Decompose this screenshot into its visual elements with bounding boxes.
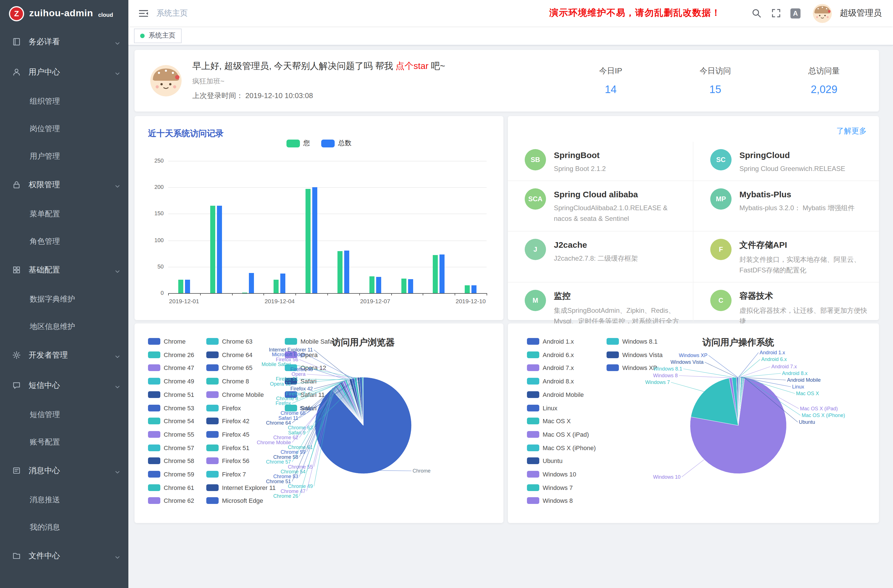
legend-item[interactable]: Ubuntu <box>527 458 562 465</box>
bar-您-2019-12-01 <box>178 280 183 293</box>
sidebar-subitem[interactable]: 地区信息维护 <box>0 313 128 340</box>
legend-item[interactable]: Internet Explorer 11 <box>206 484 276 491</box>
legend-item[interactable]: Android 1.x <box>527 338 574 345</box>
legend-item[interactable]: Firefox <box>206 405 241 411</box>
legend-item[interactable]: Chrome 47 <box>148 365 194 371</box>
legend-item[interactable]: Chrome 57 <box>148 444 194 451</box>
legend-item[interactable]: Mac OS X <box>527 418 571 424</box>
legend-item[interactable]: 总数 <box>321 138 352 148</box>
sidebar-item-0[interactable]: 务必详看 <box>0 27 128 57</box>
sidebar-subitem[interactable]: 短信管理 <box>0 401 128 428</box>
legend-item[interactable]: Opera <box>285 351 317 358</box>
legend-label: Mac OS X (iPhone) <box>543 444 596 451</box>
hamburger-icon[interactable] <box>138 9 149 18</box>
legend-item[interactable]: Mac OS X (iPhone) <box>527 444 596 451</box>
legend-swatch <box>527 458 539 465</box>
sidebar-subitem[interactable]: 用户管理 <box>0 142 128 170</box>
legend-item[interactable]: Chrome Mobile <box>206 391 264 398</box>
legend-item[interactable]: 您 <box>286 138 310 148</box>
fullscreen-icon[interactable] <box>771 8 781 18</box>
legend-label: Mac OS X (iPad) <box>543 431 589 438</box>
legend-item[interactable]: Chrome 59 <box>148 471 194 478</box>
legend-item[interactable]: Windows XP <box>607 365 657 371</box>
legend-item[interactable]: Chrome 65 <box>206 365 253 371</box>
app-logo[interactable]: Z zuihou-admin cloud <box>0 0 128 27</box>
legend-label: Chrome <box>164 338 186 345</box>
sidebar-item-5[interactable]: 短信中心 <box>0 370 128 401</box>
visits-chart-card: 近十天系统访问记录 您总数 0501001502002502019-12-012… <box>135 116 504 320</box>
legend-item[interactable]: Windows Vista <box>607 351 663 358</box>
sidebar-item-1[interactable]: 用户中心 <box>0 57 128 87</box>
sidebar-subitem[interactable]: 账号配置 <box>0 428 128 456</box>
sidebar-subitem[interactable]: 消息推送 <box>0 486 128 513</box>
sidebar-item-7[interactable]: 文件中心 <box>0 541 128 571</box>
sidebar-item-6[interactable]: 消息中心 <box>0 456 128 486</box>
legend-label: Chrome 54 <box>164 418 194 424</box>
sidebar-subitem[interactable]: 菜单配置 <box>0 200 128 227</box>
svg-text:Windows 8.1: Windows 8.1 <box>653 366 682 371</box>
legend-item[interactable]: Firefox 51 <box>206 444 250 451</box>
legend-item[interactable]: Chrome 53 <box>148 405 194 411</box>
axis-tick <box>264 293 264 295</box>
legend-item[interactable]: Chrome 61 <box>148 484 194 491</box>
username[interactable]: 超级管理员 <box>840 8 882 18</box>
tab-label: 系统主页 <box>149 31 176 41</box>
legend-swatch <box>148 458 160 465</box>
legend-item[interactable]: Android 7.x <box>527 365 574 371</box>
bar-总数-2019-12-01 <box>185 280 190 293</box>
legend-item[interactable]: Chrome 51 <box>148 391 194 398</box>
top-header: 系统主页 演示环境维护不易，请勿乱删乱改数据！ A <box>128 0 893 26</box>
sidebar-subitem[interactable]: 我的消息 <box>0 513 128 541</box>
legend-item[interactable]: Safari <box>285 378 317 385</box>
user-avatar[interactable] <box>813 4 832 23</box>
legend-item[interactable]: Firefox 7 <box>206 471 246 478</box>
legend-swatch <box>527 391 539 398</box>
legend-item[interactable]: Chrome 64 <box>206 351 253 358</box>
legend-item[interactable]: Microsoft Edge <box>206 498 263 504</box>
legend-item[interactable]: Chrome <box>148 338 186 345</box>
svg-text:Chrome 63: Chrome 63 <box>288 425 313 430</box>
legend-item[interactable]: Windows 7 <box>527 484 573 491</box>
legend-item[interactable]: Android 8.x <box>527 378 574 385</box>
legend-item[interactable]: Chrome 8 <box>206 378 249 385</box>
sidebar-item-4[interactable]: 开发者管理 <box>0 340 128 370</box>
legend-label: Chrome 64 <box>222 351 253 358</box>
legend-item[interactable]: Linux <box>527 405 558 411</box>
legend-item[interactable]: Firefox 42 <box>206 418 250 424</box>
legend-item[interactable]: Chrome 26 <box>148 351 194 358</box>
sidebar-subitem[interactable]: 组织管理 <box>0 87 128 115</box>
legend-item[interactable]: Opera 12 <box>285 365 326 371</box>
font-size-icon[interactable]: A <box>791 8 800 18</box>
star-link[interactable]: 点个star <box>395 61 428 71</box>
chevron-down-icon <box>114 69 120 75</box>
learn-more-link[interactable]: 了解更多 <box>836 126 867 136</box>
legend-item[interactable]: Chrome 54 <box>148 418 194 424</box>
legend-item[interactable]: Chrome 58 <box>148 458 194 465</box>
legend-item[interactable]: Windows 8.1 <box>607 338 658 345</box>
legend-item[interactable]: Chrome 62 <box>148 498 194 504</box>
legend-item[interactable]: Safari 11 <box>285 391 325 398</box>
legend-item[interactable]: Chrome 55 <box>148 431 194 438</box>
legend-item[interactable]: Safari 9 <box>285 405 322 411</box>
legend-item[interactable]: Mobile Safari <box>285 338 336 345</box>
legend-item[interactable]: Android 6.x <box>527 351 574 358</box>
svg-text:Safari 11: Safari 11 <box>278 415 298 421</box>
chevron-down-icon <box>114 267 120 273</box>
topbar-icons: A <box>751 8 800 18</box>
search-icon[interactable] <box>751 8 761 18</box>
legend-item[interactable]: Windows 8 <box>527 498 573 504</box>
sidebar-subitem[interactable]: 角色管理 <box>0 227 128 255</box>
sidebar-subitem[interactable]: 数据字典维护 <box>0 285 128 313</box>
legend-label: Safari 11 <box>301 391 325 398</box>
sidebar-item-3[interactable]: 基础配置 <box>0 255 128 285</box>
legend-item[interactable]: Android Mobile <box>527 391 584 398</box>
legend-item[interactable]: Chrome 49 <box>148 378 194 385</box>
legend-item[interactable]: Windows 10 <box>527 471 576 478</box>
legend-item[interactable]: Mac OS X (iPad) <box>527 431 589 438</box>
sidebar-subitem[interactable]: 岗位管理 <box>0 115 128 142</box>
legend-item[interactable]: Firefox 45 <box>206 431 250 438</box>
tab-home[interactable]: 系统主页 <box>134 28 182 43</box>
legend-item[interactable]: Firefox 56 <box>206 458 250 465</box>
sidebar-item-2[interactable]: 权限管理 <box>0 170 128 200</box>
legend-item[interactable]: Chrome 63 <box>206 338 253 345</box>
